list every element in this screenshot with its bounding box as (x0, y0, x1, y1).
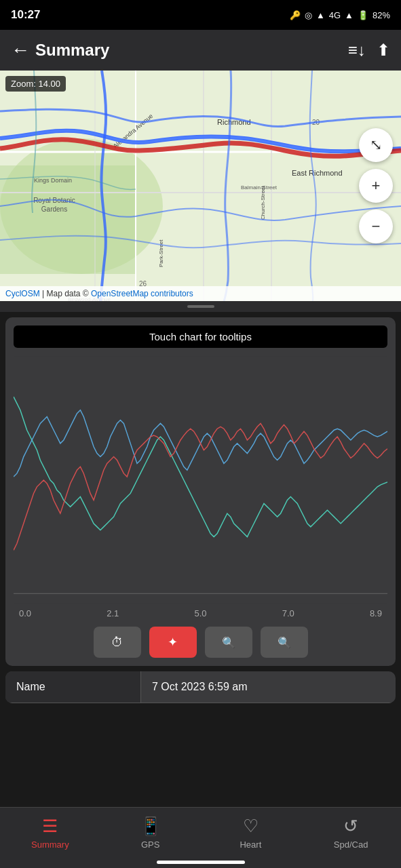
map-svg: Royal Botanic Gardens Kings Domain Richm… (0, 71, 401, 301)
x-label-4: 8.9 (370, 608, 382, 618)
nav-item-heart[interactable]: ♡ Heart (201, 813, 301, 850)
cyclOSM-link[interactable]: CyclOSM (5, 289, 40, 298)
scroll-indicator (0, 301, 401, 312)
zoom-in-chart-button[interactable]: 🔍 (205, 627, 252, 658)
svg-text:Kings Domain: Kings Domain (34, 177, 72, 184)
svg-text:Gardens: Gardens (41, 205, 67, 213)
map-attribution: CyclOSM | Map data © OpenStreetMap contr… (0, 286, 401, 301)
summary-icon: ☰ (42, 816, 58, 837)
back-button[interactable]: ← (11, 39, 30, 61)
info-row-name: Name 7 Oct 2023 6:59 am (5, 671, 396, 703)
svg-text:East Richmond: East Richmond (292, 169, 343, 177)
page-title: Summary (35, 41, 109, 60)
pace-button[interactable]: ✦ (149, 627, 197, 658)
info-section: Name 7 Oct 2023 6:59 am (5, 671, 396, 703)
spdcad-label: Spd/Cad (334, 840, 368, 850)
status-bar: 10:27 🔑 ◎ ▲ 4G ▲ 🔋 82% (0, 0, 401, 30)
map-controls: ⤡ + − (359, 128, 393, 243)
chart-x-axis: 0.0 2.1 5.0 7.0 8.9 (14, 606, 387, 618)
heart-label: Heart (240, 840, 261, 850)
zoom-out-chart-button[interactable]: 🔎 (261, 627, 308, 658)
summary-label: Summary (31, 840, 69, 850)
map-container[interactable]: Royal Botanic Gardens Kings Domain Richm… (0, 71, 401, 301)
svg-text:Church-Street: Church-Street (260, 185, 266, 220)
chart-title: Touch chart for tooltips (14, 326, 387, 348)
status-icons: 🔑 ◎ ▲ 4G ▲ 🔋 82% (290, 10, 390, 20)
nav-item-gps[interactable]: 📱 GPS (100, 813, 201, 850)
timer-icon: ⏱ (111, 635, 123, 650)
zoom-badge: Zoom: 14.00 (5, 76, 66, 92)
battery-label: 82% (373, 10, 390, 20)
x-label-0: 0.0 (19, 608, 31, 618)
signal-icon-2: ▲ (345, 10, 354, 20)
timer-button[interactable]: ⏱ (94, 627, 141, 658)
bottom-nav: ☰ Summary 📱 GPS ♡ Heart ↺ Spd/Cad (0, 807, 401, 868)
gps-icon: 📱 (140, 816, 161, 837)
zoom-out-button[interactable]: − (359, 210, 393, 243)
info-label-name: Name (5, 671, 141, 703)
chart-controls: ⏱ ✦ 🔍 🔎 (14, 627, 387, 658)
signal-icon: ▲ (316, 10, 325, 20)
zoom-out-chart-icon: 🔎 (278, 636, 291, 649)
location-icon: ◎ (305, 10, 312, 20)
svg-rect-21 (14, 357, 387, 604)
battery-icon: 🔋 (358, 10, 368, 20)
header-left: ← Summary (11, 39, 109, 61)
header-right: ≡↓ ⬆ (348, 41, 390, 60)
chart-area[interactable] (14, 355, 387, 606)
header: ← Summary ≡↓ ⬆ (0, 30, 401, 71)
x-label-2: 5.0 (194, 608, 206, 618)
zoom-in-button[interactable]: + (359, 169, 393, 203)
heart-icon: ♡ (243, 816, 259, 837)
x-label-1: 2.1 (107, 608, 119, 618)
gps-label: GPS (141, 840, 159, 850)
nav-item-spdcad[interactable]: ↺ Spd/Cad (301, 813, 401, 850)
zoom-in-chart-icon: 🔍 (222, 636, 235, 649)
home-indicator (157, 861, 245, 864)
chart-svg (14, 355, 387, 606)
svg-text:Balmain-Street: Balmain-Street (241, 184, 278, 191)
network-label: 4G (329, 10, 341, 20)
chart-section: Touch chart for tooltips 0.0 2.1 5.0 7.0… (5, 317, 396, 666)
expand-button[interactable]: ⤡ (359, 128, 393, 162)
osm-link[interactable]: OpenStreetMap contributors (91, 289, 193, 298)
nav-item-summary[interactable]: ☰ Summary (0, 813, 100, 850)
upload-icon[interactable]: ⬆ (377, 41, 390, 60)
key-icon: 🔑 (290, 10, 301, 20)
x-label-3: 7.0 (282, 608, 294, 618)
info-value-name: 7 Oct 2023 6:59 am (141, 671, 396, 703)
svg-text:Park-Street: Park-Street (158, 239, 164, 267)
scroll-dot (187, 305, 214, 308)
spdcad-icon: ↺ (343, 816, 358, 837)
status-time: 10:27 (11, 8, 40, 22)
pace-icon: ✦ (168, 635, 178, 650)
sort-icon[interactable]: ≡↓ (348, 41, 366, 60)
